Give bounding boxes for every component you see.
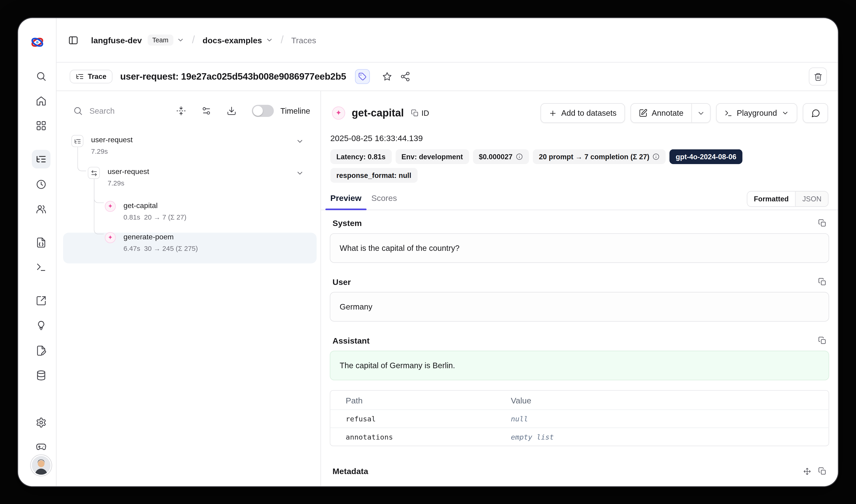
- user-message-text: Germany: [340, 302, 372, 311]
- tree-toolbar: Timeline: [57, 91, 321, 131]
- table-header-value: Value: [495, 395, 828, 405]
- rail-prompts-icon[interactable]: [36, 320, 47, 331]
- rail-evaluation-icon[interactable]: [36, 295, 47, 306]
- icon-rail: [18, 18, 57, 486]
- comments-icon[interactable]: [803, 103, 828, 123]
- timeline-toggle[interactable]: [252, 105, 274, 117]
- node-chevron-down-icon[interactable]: [296, 169, 304, 177]
- expand-move-icon[interactable]: [803, 467, 811, 475]
- tree-node-label[interactable]: user-request: [91, 136, 133, 144]
- tree-node-label[interactable]: user-request: [107, 167, 149, 176]
- trace-type-label: Trace: [88, 72, 107, 81]
- tags-icon[interactable]: [355, 69, 370, 84]
- rail-dashboard-icon[interactable]: [36, 120, 47, 131]
- rail-users-icon[interactable]: [36, 204, 47, 215]
- langfuse-logo-icon[interactable]: [30, 35, 44, 50]
- download-icon[interactable]: [227, 106, 236, 116]
- bookmark-star-icon[interactable]: [382, 71, 392, 82]
- annotate-button[interactable]: Annotate: [631, 104, 691, 122]
- tree-node-label[interactable]: generate-poem: [124, 233, 174, 241]
- output-properties-table: Path Value refusal null annotations empt…: [330, 390, 829, 446]
- timeline-label: Timeline: [281, 107, 310, 115]
- generation-node-icon: [105, 201, 116, 212]
- rail-home-icon[interactable]: [36, 95, 47, 107]
- copy-icon[interactable]: [818, 337, 826, 345]
- user-avatar[interactable]: [32, 456, 50, 475]
- tree-node-duration: 7.29s: [91, 147, 108, 155]
- environment-badge: Env: development: [395, 149, 469, 164]
- rail-settings-gear-icon[interactable]: [36, 417, 47, 428]
- project-chevron-down-icon[interactable]: [177, 36, 184, 44]
- format-json-option[interactable]: JSON: [796, 192, 828, 206]
- rail-terminal-icon[interactable]: [36, 262, 47, 273]
- tree-node-duration: 7.29s: [107, 180, 124, 187]
- add-to-datasets-label: Add to datasets: [561, 109, 617, 118]
- breadcrumb-folder[interactable]: docs-examples: [202, 35, 262, 45]
- breadcrumb-project-type-badge: Team: [147, 35, 173, 46]
- annotate-button-group: Annotate: [630, 103, 710, 123]
- tab-preview[interactable]: Preview: [325, 193, 366, 210]
- annotate-label: Annotate: [652, 109, 683, 118]
- assistant-section-header: Assistant: [333, 336, 826, 345]
- breadcrumb-separator: /: [192, 34, 195, 46]
- table-row: refusal null: [331, 409, 828, 428]
- copy-id-button[interactable]: ID: [411, 109, 429, 118]
- copy-icon[interactable]: [818, 219, 826, 227]
- section-role-label: User: [333, 277, 351, 287]
- section-role-label: Assistant: [333, 336, 370, 345]
- tree-connector: [94, 178, 104, 203]
- response-format-badge: response_format: null: [331, 168, 417, 183]
- model-badge[interactable]: gpt-4o-2024-08-06: [670, 149, 742, 164]
- tab-scores[interactable]: Scores: [366, 193, 402, 210]
- delete-trace-icon[interactable]: [809, 68, 827, 86]
- info-icon: [653, 153, 660, 160]
- latency-badge: Latency: 0.81s: [331, 149, 392, 164]
- toggle-knob: [253, 106, 263, 116]
- rail-datasets-icon[interactable]: [36, 370, 47, 381]
- tree-settings-sliders-icon[interactable]: [201, 106, 211, 116]
- folder-chevron-down-icon[interactable]: [265, 36, 273, 44]
- trace-type-badge[interactable]: Trace: [70, 70, 112, 84]
- add-to-datasets-button[interactable]: Add to datasets: [540, 103, 625, 123]
- metadata-label: Metadata: [333, 467, 368, 476]
- tree-node-label[interactable]: get-capital: [124, 201, 158, 210]
- detail-header: get-capital ID Add to datasets Annotate: [332, 103, 828, 123]
- observation-detail-panel: get-capital ID Add to datasets Annotate: [321, 91, 838, 486]
- assistant-message-box: The capital of Germany is Berlin.: [330, 351, 829, 380]
- breadcrumb-project[interactable]: langfuse-dev: [91, 35, 142, 45]
- rail-playground-gamepad-icon[interactable]: [36, 442, 47, 453]
- format-formatted-option[interactable]: Formatted: [747, 192, 796, 206]
- table-cell-value: empty list: [495, 433, 828, 441]
- sidebar-toggle-icon[interactable]: [68, 35, 78, 45]
- system-message-box: What is the capital of the country?: [330, 233, 829, 263]
- playground-label: Playground: [737, 109, 777, 118]
- table-cell-path: refusal: [331, 415, 496, 423]
- copy-icon[interactable]: [818, 278, 826, 286]
- search-input[interactable]: [90, 107, 161, 115]
- annotate-chevron-down-icon[interactable]: [691, 104, 710, 122]
- span-node-icon: [88, 167, 100, 179]
- format-toggle: Formatted JSON: [747, 191, 828, 207]
- rail-sessions-icon[interactable]: [36, 179, 47, 190]
- share-icon[interactable]: [400, 71, 410, 82]
- rail-annotation-icon[interactable]: [36, 345, 47, 356]
- tree-node-meta: 0.81s 20 → 7 (Σ 27): [124, 214, 186, 221]
- observation-timestamp: 2025-08-25 16:33:44.139: [331, 133, 838, 143]
- top-header: langfuse-dev Team / docs-examples / Trac…: [57, 18, 838, 62]
- token-usage-badge[interactable]: 20 prompt → 7 completion (Σ 27): [533, 149, 666, 164]
- rail-tracing-icon[interactable]: [32, 150, 50, 168]
- search-icon: [73, 106, 83, 116]
- playground-chevron-down-icon: [782, 109, 789, 117]
- app-window: langfuse-dev Team / docs-examples / Trac…: [18, 18, 838, 486]
- rail-search-icon[interactable]: [36, 71, 47, 82]
- playground-button[interactable]: Playground: [716, 103, 797, 123]
- collapse-all-icon[interactable]: [176, 106, 186, 116]
- cost-badge[interactable]: $0.000027: [473, 149, 529, 164]
- trace-title-bar: Trace user-request: 19e27ac025d543b008e9…: [57, 62, 838, 91]
- copy-icon[interactable]: [818, 467, 826, 475]
- rail-json-files-icon[interactable]: [36, 237, 47, 248]
- breadcrumb-page: Traces: [291, 35, 316, 45]
- node-chevron-down-icon[interactable]: [296, 137, 304, 145]
- user-message-box: Germany: [330, 292, 829, 322]
- table-header-path: Path: [331, 395, 496, 405]
